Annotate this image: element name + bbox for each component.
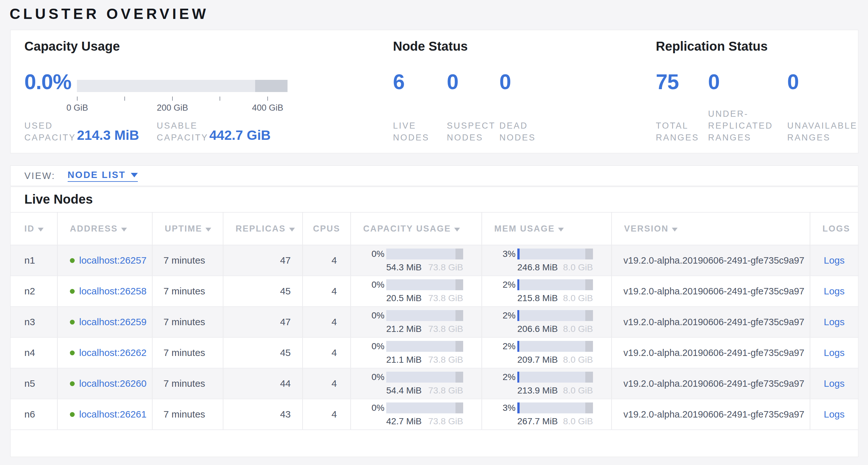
capacity-usage-meter: 0% 21.2 MiB 73.8 GiB [372, 310, 463, 334]
capacity-usage-meter: 0% 21.1 MiB 73.8 GiB [372, 341, 463, 365]
total-ranges-label: TOTAL RANGES [656, 120, 699, 144]
unavailable-ranges-label: UNAVAILABLE RANGES [787, 120, 858, 144]
column-header-label: ID [24, 224, 35, 233]
column-header-label: VERSION [624, 224, 669, 233]
view-dropdown[interactable]: NODE LIST [68, 170, 138, 182]
column-header-version[interactable]: VERSION [612, 212, 810, 245]
mem-usage-percent: 2% [503, 341, 517, 351]
mem-usage-bar-fill [517, 341, 519, 352]
capacity-usage-bar [386, 341, 463, 352]
node-address-link[interactable]: localhost:26259 [79, 317, 147, 327]
chevron-down-icon [131, 173, 138, 177]
node-uptime-cell: 7 minutes [152, 276, 223, 307]
node-logs-link[interactable]: Logs [824, 347, 845, 358]
dead-nodes-label: DEAD NODES [499, 120, 536, 144]
node-version-cell: v19.2.0-alpha.20190606-2491-gfe735c9a97 [612, 368, 810, 399]
sort-desc-icon [454, 228, 460, 232]
node-mem-usage-cell: 2% 215.8 MiB 8.0 GiB [482, 276, 612, 307]
capacity-bar-chart: 0 GiB 200 GiB 400 GiB [77, 80, 301, 92]
node-id-cell: n5 [10, 368, 57, 399]
node-address-link[interactable]: localhost:26260 [79, 378, 147, 389]
sort-desc-icon [672, 228, 678, 232]
used-capacity-label: USED CAPACITY [24, 120, 76, 144]
capacity-bar [77, 80, 287, 92]
mem-usage-total-value: 8.0 GiB [563, 355, 593, 365]
capacity-usage-used-value: 54.3 MiB [386, 262, 422, 272]
mem-usage-total-value: 8.0 GiB [563, 416, 593, 427]
mem-usage-bar [517, 279, 593, 290]
node-capacity-usage-cell: 0% 42.7 MiB 73.8 GiB [351, 399, 482, 430]
capacity-usage-percent: 0% [372, 249, 386, 259]
capacity-usage-total-value: 73.8 GiB [428, 355, 463, 365]
node-address-link[interactable]: localhost:26262 [79, 347, 147, 358]
axis-tick-label: 0 GiB [55, 103, 100, 113]
axis-tick [267, 96, 268, 101]
axis-tick-label: 400 GiB [245, 103, 290, 113]
capacity-usage-bar-other-segment [456, 341, 463, 352]
node-id-cell: n1 [10, 245, 57, 276]
node-logs-link[interactable]: Logs [824, 255, 845, 265]
node-uptime-cell: 7 minutes [152, 337, 223, 368]
node-address-cell: localhost:26260 [57, 368, 152, 399]
mem-usage-meter: 2% 213.9 MiB 8.0 GiB [503, 372, 593, 396]
mem-usage-bar [517, 310, 593, 321]
node-replicas-cell: 47 [223, 307, 303, 337]
column-header-label: CPUS [313, 224, 340, 233]
node-version-cell: v19.2.0-alpha.20190606-2491-gfe735c9a97 [612, 399, 810, 430]
capacity-usage-title: Capacity Usage [24, 39, 120, 54]
capacity-usage-percent: 0% [372, 311, 386, 321]
mem-usage-used-value: 206.6 MiB [517, 324, 558, 334]
node-row-n5: n5localhost:262607 minutes444 0% 54.4 Mi… [10, 368, 858, 399]
mem-usage-percent: 3% [503, 403, 517, 413]
node-logs-cell: Logs [810, 337, 858, 368]
node-live-status-dot [70, 289, 75, 294]
mem-usage-bar [517, 372, 593, 383]
node-row-n6: n6localhost:262617 minutes434 0% 42.7 Mi… [10, 399, 858, 430]
mem-usage-bar-other-segment [585, 279, 593, 290]
node-replicas-cell: 45 [223, 276, 303, 307]
node-address-link[interactable]: localhost:26261 [79, 409, 147, 419]
mem-usage-meter: 2% 209.7 MiB 8.0 GiB [503, 341, 593, 365]
node-logs-cell: Logs [810, 245, 858, 276]
column-header-id[interactable]: ID [10, 212, 57, 245]
column-header-capacity-usage[interactable]: CAPACITY USAGE [351, 212, 482, 245]
capacity-usage-used-value: 21.1 MiB [386, 355, 422, 365]
node-address-link[interactable]: localhost:26257 [79, 255, 147, 265]
live-nodes-table-body: n1localhost:262577 minutes474 0% 54.3 Mi… [10, 245, 858, 430]
mem-usage-bar-fill [517, 310, 519, 321]
node-replicas-cell: 45 [223, 337, 303, 368]
live-nodes-label: LIVE NODES [393, 120, 430, 144]
mem-usage-bar-other-segment [585, 372, 593, 383]
column-header-address[interactable]: ADDRESS [57, 212, 152, 245]
sort-desc-icon [206, 228, 211, 232]
mem-usage-bar-fill [517, 403, 520, 413]
node-logs-link[interactable]: Logs [824, 317, 845, 327]
view-dropdown-value: NODE LIST [68, 170, 126, 180]
column-header-uptime[interactable]: UPTIME [152, 212, 223, 245]
view-selector-bar: VIEW: NODE LIST [10, 166, 858, 186]
live-nodes-title: Live Nodes [24, 192, 93, 206]
sort-desc-icon [289, 228, 295, 232]
axis-tick [172, 96, 173, 101]
mem-usage-bar-other-segment [585, 403, 593, 413]
axis-tick [124, 96, 125, 101]
column-header-mem-usage[interactable]: MEM USAGE [482, 212, 612, 245]
node-logs-link[interactable]: Logs [824, 378, 845, 389]
usable-capacity-value: 442.7 GiB [209, 128, 271, 143]
mem-usage-bar-fill [517, 279, 519, 290]
node-uptime-cell: 7 minutes [152, 245, 223, 276]
capacity-usage-total-value: 73.8 GiB [428, 324, 463, 334]
node-logs-cell: Logs [810, 276, 858, 307]
node-logs-link[interactable]: Logs [824, 409, 845, 419]
node-address-cell: localhost:26261 [57, 399, 152, 430]
column-header-replicas[interactable]: REPLICAS [223, 212, 303, 245]
unavailable-ranges-count: 0 [787, 70, 799, 93]
node-address-link[interactable]: localhost:26258 [79, 286, 147, 296]
node-mem-usage-cell: 2% 209.7 MiB 8.0 GiB [482, 337, 612, 368]
node-id-cell: n4 [10, 337, 57, 368]
mem-usage-meter: 3% 267.7 MiB 8.0 GiB [503, 403, 593, 427]
node-uptime-cell: 7 minutes [152, 368, 223, 399]
node-cpus-cell: 4 [303, 368, 351, 399]
mem-usage-bar [517, 341, 593, 352]
node-logs-link[interactable]: Logs [824, 286, 845, 296]
